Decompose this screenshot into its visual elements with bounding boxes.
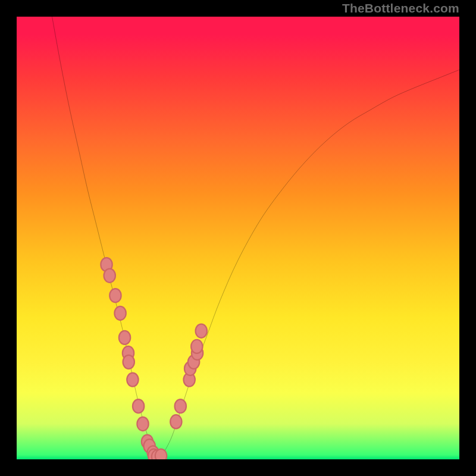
data-point	[137, 417, 148, 431]
data-point	[104, 269, 115, 283]
watermark-text: TheBottleneck.com	[342, 1, 459, 15]
data-point	[114, 306, 126, 320]
data-point	[191, 340, 202, 353]
data-point	[133, 399, 144, 413]
outer-frame: TheBottleneck.com	[0, 0, 476, 476]
data-point	[123, 355, 134, 369]
data-point	[127, 373, 138, 387]
data-point	[119, 331, 130, 345]
data-point	[170, 415, 181, 428]
dot-cluster-left	[101, 258, 167, 459]
data-point	[196, 324, 207, 338]
plot-area	[17, 17, 459, 459]
dots-layer	[17, 17, 459, 459]
data-point	[109, 289, 121, 302]
dot-cluster-right	[170, 324, 207, 429]
data-point	[175, 399, 186, 413]
data-point	[155, 449, 167, 459]
